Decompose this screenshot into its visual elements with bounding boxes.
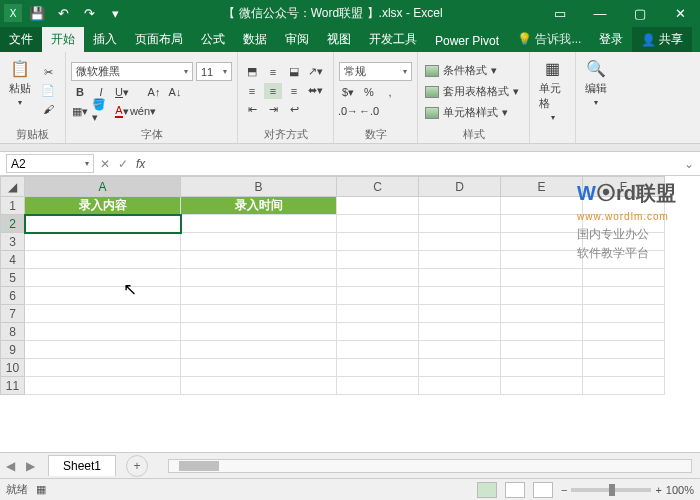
phonetic[interactable]: wén▾: [134, 103, 152, 119]
macro-recorder-icon[interactable]: ▦: [36, 483, 46, 496]
cell[interactable]: [337, 287, 419, 305]
cell[interactable]: [181, 341, 337, 359]
orientation[interactable]: ↗▾: [306, 64, 324, 80]
cell[interactable]: [501, 215, 583, 233]
cell[interactable]: [419, 269, 501, 287]
tab-insert[interactable]: 插入: [84, 27, 126, 52]
cell[interactable]: [501, 377, 583, 395]
close-button[interactable]: ✕: [660, 0, 700, 26]
col-header-e[interactable]: E: [501, 177, 583, 197]
cell[interactable]: [181, 377, 337, 395]
view-page-break[interactable]: [533, 482, 553, 498]
cell-a2-active[interactable]: [25, 215, 181, 233]
worksheet-grid[interactable]: ◢ A B C D E F 1录入内容录入时间 2 3 4 5 6 7 8 9 …: [0, 176, 700, 452]
col-header-d[interactable]: D: [419, 177, 501, 197]
minimize-button[interactable]: —: [580, 0, 620, 26]
conditional-format[interactable]: 条件格式▾: [423, 62, 521, 79]
cell[interactable]: [25, 287, 181, 305]
maximize-button[interactable]: ▢: [620, 0, 660, 26]
align-center[interactable]: ≡: [264, 83, 282, 99]
cell[interactable]: [181, 233, 337, 251]
cell[interactable]: [501, 305, 583, 323]
dec-decimal[interactable]: ←.0: [360, 103, 378, 119]
zoom-out[interactable]: −: [561, 484, 567, 496]
align-bottom[interactable]: ⬓: [285, 64, 303, 80]
format-painter[interactable]: 🖌: [39, 101, 57, 117]
row-header[interactable]: 9: [1, 341, 25, 359]
cell[interactable]: [501, 359, 583, 377]
cell[interactable]: [337, 197, 419, 215]
qat-redo[interactable]: ↷: [78, 6, 100, 21]
tab-formulas[interactable]: 公式: [192, 27, 234, 52]
cell[interactable]: [583, 305, 665, 323]
col-header-a[interactable]: A: [25, 177, 181, 197]
grow-font[interactable]: A↑: [145, 84, 163, 100]
cell[interactable]: [337, 269, 419, 287]
cell[interactable]: [583, 287, 665, 305]
row-header[interactable]: 5: [1, 269, 25, 287]
share-button[interactable]: 👤共享: [632, 27, 692, 52]
currency[interactable]: $▾: [339, 84, 357, 100]
qat-save[interactable]: 💾: [26, 6, 48, 21]
cell[interactable]: [337, 323, 419, 341]
row-header[interactable]: 2: [1, 215, 25, 233]
tab-view[interactable]: 视图: [318, 27, 360, 52]
border-button[interactable]: ▦▾: [71, 103, 89, 119]
enter-formula[interactable]: ✓: [118, 157, 128, 171]
copy-button[interactable]: 📄: [39, 83, 57, 99]
cell[interactable]: [181, 251, 337, 269]
new-sheet-button[interactable]: +: [126, 455, 148, 477]
cancel-formula[interactable]: ✕: [100, 157, 110, 171]
row-header[interactable]: 11: [1, 377, 25, 395]
scroll-thumb[interactable]: [179, 461, 219, 471]
tab-powerpivot[interactable]: Power Pivot: [426, 30, 508, 52]
cell[interactable]: [25, 251, 181, 269]
cell[interactable]: [25, 233, 181, 251]
cell[interactable]: [337, 377, 419, 395]
cell[interactable]: [501, 233, 583, 251]
col-header-b[interactable]: B: [181, 177, 337, 197]
cell[interactable]: [337, 359, 419, 377]
cell[interactable]: [501, 197, 583, 215]
cell[interactable]: [419, 197, 501, 215]
cell[interactable]: [25, 305, 181, 323]
cell[interactable]: [337, 341, 419, 359]
cell[interactable]: [419, 287, 501, 305]
font-name-combo[interactable]: 微软雅黑▾: [71, 62, 193, 81]
cell[interactable]: [583, 341, 665, 359]
tab-developer[interactable]: 开发工具: [360, 27, 426, 52]
horizontal-scrollbar[interactable]: [168, 459, 692, 473]
underline-button[interactable]: U ▾: [113, 84, 131, 100]
fill-color[interactable]: 🪣▾: [92, 103, 110, 119]
zoom-level[interactable]: 100%: [666, 484, 694, 496]
cell[interactable]: [419, 323, 501, 341]
expand-formula-bar[interactable]: ⌄: [684, 157, 694, 171]
tab-review[interactable]: 审阅: [276, 27, 318, 52]
indent-inc[interactable]: ⇥: [264, 102, 282, 118]
cell[interactable]: [25, 359, 181, 377]
cell[interactable]: [25, 269, 181, 287]
cell[interactable]: [583, 269, 665, 287]
view-page-layout[interactable]: [505, 482, 525, 498]
cell[interactable]: [419, 359, 501, 377]
cell[interactable]: [419, 341, 501, 359]
editing-button[interactable]: 🔍编辑▾: [581, 55, 611, 129]
align-left[interactable]: ≡: [243, 83, 261, 99]
cell[interactable]: [337, 305, 419, 323]
cell[interactable]: [181, 359, 337, 377]
cell[interactable]: [583, 323, 665, 341]
cell[interactable]: [419, 215, 501, 233]
login-button[interactable]: 登录: [590, 27, 632, 52]
fx-button[interactable]: fx: [136, 157, 145, 171]
format-as-table[interactable]: 套用表格格式▾: [423, 83, 521, 100]
sheet-nav-prev[interactable]: ◀: [0, 459, 20, 473]
view-normal[interactable]: [477, 482, 497, 498]
row-header[interactable]: 1: [1, 197, 25, 215]
cell[interactable]: [337, 251, 419, 269]
number-format-combo[interactable]: 常规▾: [339, 62, 412, 81]
ribbon-opts-icon[interactable]: ▭: [540, 0, 580, 26]
cell[interactable]: [25, 377, 181, 395]
cell[interactable]: [501, 341, 583, 359]
indent-dec[interactable]: ⇤: [243, 102, 261, 118]
cut-button[interactable]: ✂: [39, 65, 57, 81]
